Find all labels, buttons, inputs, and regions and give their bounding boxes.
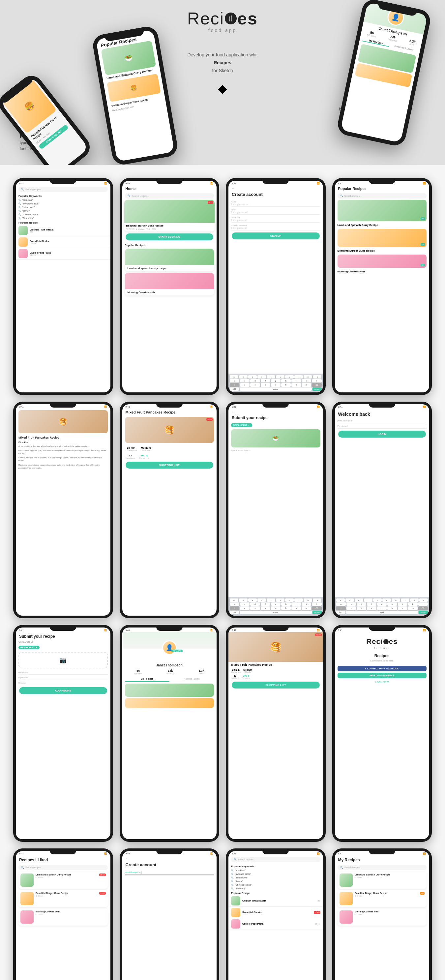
list-item: Chicken Tikka Masala 350 [229, 895, 323, 907]
login-btn[interactable]: LOGIN [338, 431, 426, 438]
phone-search-2: 9:41📶 🔍Search recipes... Popular Keyword… [226, 848, 326, 980]
my-card-2: Beautiful Burger Buns Recipe⏱ 20 min 300 [337, 890, 427, 907]
phone-create-account-keyboard: 9:41📶 ← Create account janet.thompson | … [120, 848, 219, 980]
signup-btn[interactable]: SIGN UP [232, 232, 320, 239]
phone-pancakes-direction: 9:41📶 🥞 Mixed Fruit Pancakes Recipe Dire… [13, 402, 113, 619]
keyboard-2: qwertyuiop asdfghjkl ⇧zxcvbnm⌫ 123spacer… [229, 597, 323, 616]
phone-recipes-login: 9:41📶 Reci🍴es food app Recipes Cool tagl… [332, 625, 432, 842]
logo-area: Reci 🍴 es food app [187, 10, 258, 33]
my-card-3: Morning Cookies with⏱ 15 min [337, 908, 427, 926]
recipe-card-1: Lamb and spinach curry recipe [125, 249, 214, 271]
phone-home: 9:41📶 Home 🔍Search recipes... HOT Beauti… [120, 178, 219, 395]
screenshots-grid: 9:41📶 🔍Search recipes... Popular Keyword… [0, 165, 445, 980]
header-description: Develop your food application whit Recip… [187, 51, 257, 75]
hero-card: HOT Beautiful Burger Buns Recipe ⏱ 20 mi… [124, 200, 215, 231]
phone-recipes-liked: 9:41📶 Recipes I Liked 🔍Search recipes...… [13, 848, 113, 980]
keyboard: qwertyuiop asdfghjkl ⇧zxcvbnm⌫ 123spacer… [229, 374, 323, 392]
list-item: Swordfish Steaks 15 min [229, 907, 323, 918]
list-item: Chicken Tikka Masala350 [16, 225, 110, 236]
logo-fork-icon: 🍴 [225, 13, 237, 24]
profile-stats: 56followers 14kfollowing 1.3klikes [122, 667, 217, 676]
liked-card-1: Lamb and Spinach Curry Recipe⏱ 20 min 15… [19, 872, 108, 889]
my-card-1: Lamb and Spinach Curry Recipe⏱ 20 min [337, 872, 427, 889]
phone-my-recipes: 9:41📶 My Recipes 🔍Search recipes... Lamb… [332, 848, 432, 980]
phone-submit-form: 9:41📶 Submit your recipe CATEGORIES BREA… [13, 625, 113, 842]
shopping-list-btn[interactable]: SHOPPING LIST [232, 682, 320, 689]
sketch-icon: ◆ [218, 82, 227, 95]
phone-home-pancakes: 9:41📶 Mixed Fruit Pancakes Recipe 🥞 37 c… [120, 402, 219, 619]
hero-section: Reci 🍴 es food app Develop your food app… [0, 0, 445, 165]
logo-title: Reci 🍴 es [187, 10, 258, 27]
phone-pancakes-full: 9:41📶 🥞 37 cal Mixed Fruit Pancakes Reci… [226, 625, 326, 842]
phone-search: 9:41📶 🔍Search recipes... Popular Keyword… [13, 178, 113, 395]
liked-card-3: Morning Cookies with⏱ 15 min [19, 908, 108, 926]
hero-phone-right: 👤 Janet Thompson 56followers 14kfollowin… [336, 0, 432, 147]
hero-phone-center: Popular Recipes 🥗 Lamb and Spinach Curry… [91, 25, 179, 165]
start-cooking-btn[interactable]: START COOKING [126, 234, 214, 240]
list-item: Cacio e Pepe Pasta15 min [16, 248, 110, 259]
phone-popular-recipes: 9:41📶 Popular Recipes 🔍Search recipes...… [332, 178, 432, 395]
create-account-title: Create account [229, 191, 323, 199]
facebook-btn[interactable]: fCONNECT WITH FACEBOOK [337, 666, 427, 671]
logo-tagline: food app [187, 28, 258, 33]
add-recipe-btn[interactable]: ADD RECIPE [19, 687, 107, 694]
phone-create-account: 9:41📶 ← Create account NameEnter your na… [226, 178, 326, 395]
liked-card-2: Beautiful Burger Buns Recipe⏱ 20 min 15 … [19, 890, 108, 907]
email-signup-btn[interactable]: SIGN UP USING EMAIL [337, 673, 427, 678]
list-item: Swordfish Steaks15 min [16, 236, 110, 248]
shopping-btn[interactable]: SHOPPING LIST [126, 461, 214, 469]
phone-welcome-back-keyboard: 9:41📶 Welcome back janet.thompson Passwo… [332, 402, 432, 619]
recipe-card-2: Morning Cookies with [125, 273, 214, 296]
list-item: Cacio e Pepe Pasta 15 min [229, 918, 323, 930]
phone-submit-recipe-keyboard: 9:41📶 ← Submit your recipe BREAKFAST ▼ 🥗… [226, 402, 326, 619]
phone-profile: 9:41📶 👤 FOLLOW Janet Thompson 56follower… [120, 625, 219, 842]
keyboard-3: qwertyuiop asdfghjkl ⇧zxcvbnm⌫ 123quickr… [335, 597, 429, 616]
hero-phone-left: 🍔 Beautiful Burger Buns Recipe 20 min Me… [0, 71, 94, 165]
